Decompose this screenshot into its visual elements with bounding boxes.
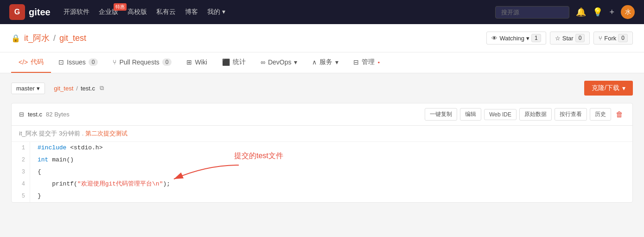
breadcrumb-bar: master ▾ git_test / test.c ⧉ 克隆/下载 ▾	[11, 81, 633, 96]
enterprise-badge: 特惠	[114, 3, 127, 11]
wiki-tab-label: Wiki	[195, 58, 207, 66]
code-line-3: 3 {	[12, 166, 632, 178]
clone-arrow: ▾	[622, 84, 625, 92]
lock-icon: 🔒	[11, 34, 20, 43]
watching-arrow: ▾	[526, 35, 529, 42]
copy-button[interactable]: 一键复制	[425, 108, 457, 121]
lineview-button[interactable]: 按行查看	[555, 108, 587, 121]
tab-wiki[interactable]: ⊞ Wiki	[179, 53, 214, 72]
tab-manage[interactable]: ⊟ 管理 ●	[346, 52, 387, 73]
fork-count: 0	[618, 34, 628, 42]
stats-tab-icon: ⬛	[222, 58, 230, 66]
breadcrumb: master ▾ git_test / test.c ⧉	[11, 83, 104, 94]
file-viewer: ⊟ test.c 82 Bytes 一键复制 编辑 Web IDE 原始数据 按…	[11, 103, 633, 203]
code-line-5: 5 }	[12, 190, 632, 202]
repo-header: 🔒 it_阿水 / git_test 👁 Watching ▾ 1 ☆ Star…	[0, 24, 644, 52]
line-code-2: int main()	[30, 154, 81, 166]
issues-tab-icon: ⊡	[58, 58, 64, 66]
raw-button[interactable]: 原始数据	[519, 108, 552, 121]
repo-title: 🔒 it_阿水 / git_test	[11, 32, 86, 44]
watching-count: 1	[531, 34, 541, 42]
manage-tab-label: 管理	[362, 58, 375, 66]
top-nav-links: 开源软件 企业版 特惠 高校版 私有云 博客 我的 ▾	[64, 8, 225, 16]
wiki-tab-icon: ⊞	[186, 58, 192, 66]
pr-tab-label: Pull Requests	[119, 58, 159, 66]
nav-blog[interactable]: 博客	[185, 8, 198, 16]
star-count: 0	[575, 34, 585, 42]
tab-devops[interactable]: ∞ DevOps ▾	[253, 53, 305, 72]
repo-name-link[interactable]: git_test	[59, 33, 86, 43]
commit-message-link[interactable]: 第二次提交测试	[85, 130, 128, 137]
search-input[interactable]	[495, 6, 569, 19]
fork-icon: ⑂	[599, 35, 602, 42]
top-navigation: G gitee 开源软件 企业版 特惠 高校版 私有云 博客 我的 ▾ 🔔 💡 …	[0, 0, 644, 24]
line-num-2: 2	[12, 154, 30, 166]
light-icon[interactable]: 💡	[593, 7, 603, 17]
code-tab-icon: </>	[19, 58, 28, 66]
nav-enterprise[interactable]: 企业版 特惠	[99, 8, 118, 16]
history-button[interactable]: 历史	[590, 108, 611, 121]
repo-owner-link[interactable]: it_阿水	[24, 32, 50, 44]
file-name: test.c	[28, 111, 42, 118]
line-num-1: 1	[12, 142, 30, 154]
services-tab-label: 服务	[319, 58, 332, 66]
file-size: 82 Bytes	[46, 111, 70, 118]
watching-label: Watching	[499, 35, 524, 42]
edit-button[interactable]: 编辑	[460, 108, 481, 121]
branch-arrow: ▾	[37, 85, 40, 92]
breadcrumb-file: test.c	[81, 85, 95, 92]
fork-button[interactable]: ⑂ Fork 0	[593, 32, 633, 45]
line-code-5: }	[30, 190, 49, 202]
issues-count: 0	[89, 58, 98, 66]
devops-tab-icon: ∞	[261, 58, 265, 66]
branch-select[interactable]: master ▾	[11, 83, 45, 94]
star-label: Star	[562, 35, 574, 42]
manage-tab-icon: ⊟	[353, 58, 359, 66]
watching-button[interactable]: 👁 Watching ▾ 1	[486, 32, 546, 45]
avatar[interactable]: 水	[621, 5, 635, 19]
stats-tab-label: 统计	[233, 58, 246, 66]
line-code-4: printf("欢迎使用git代码管理平台\n");	[30, 178, 178, 190]
tab-navigation: </> 代码 ⊡ Issues 0 ⑂ Pull Requests 0 ⊞ Wi…	[0, 52, 644, 73]
line-num-3: 3	[12, 166, 30, 178]
logo-icon: G	[9, 4, 25, 20]
tab-code[interactable]: </> 代码	[11, 52, 51, 73]
line-num-5: 5	[12, 190, 30, 202]
tab-pullrequests[interactable]: ⑂ Pull Requests 0	[105, 53, 179, 72]
file-header: ⊟ test.c 82 Bytes 一键复制 编辑 Web IDE 原始数据 按…	[12, 103, 632, 126]
star-button[interactable]: ☆ Star 0	[550, 32, 590, 45]
tab-issues[interactable]: ⊡ Issues 0	[51, 53, 105, 72]
commit-time: 3分钟前	[59, 130, 80, 137]
commit-info: it_阿水 提交于 3分钟前 . 第二次提交测试	[12, 126, 632, 142]
nav-mine[interactable]: 我的 ▾	[207, 8, 225, 16]
nav-opensource[interactable]: 开源软件	[64, 8, 89, 16]
nav-school[interactable]: 高校版	[128, 8, 147, 16]
add-icon[interactable]: +	[609, 7, 614, 17]
site-logo[interactable]: G gitee	[9, 4, 51, 20]
devops-tab-label: DevOps	[268, 58, 292, 66]
code-line-2: 2 int main()	[12, 154, 632, 166]
line-num-4: 4	[12, 178, 30, 190]
repo-actions: 👁 Watching ▾ 1 ☆ Star 0 ⑂ Fork 0	[486, 32, 633, 45]
star-icon: ☆	[555, 35, 561, 42]
pr-tab-icon: ⑂	[113, 58, 116, 66]
clone-label: 克隆/下载	[592, 84, 619, 92]
logo-text: gitee	[29, 7, 51, 18]
tab-services[interactable]: ∧ 服务 ▾	[305, 52, 346, 73]
delete-icon[interactable]: 🗑	[614, 109, 625, 121]
services-tab-icon: ∧	[312, 58, 317, 66]
commit-action: 提交于	[39, 130, 57, 137]
commit-author: it_阿水	[19, 130, 38, 137]
webide-button[interactable]: Web IDE	[484, 109, 516, 120]
line-code-1: #include <stdio.h>	[30, 142, 110, 154]
code-line-4: 4 printf("欢迎使用git代码管理平台\n");	[12, 178, 632, 190]
pr-count: 0	[162, 58, 172, 66]
clone-button[interactable]: 克隆/下载 ▾	[584, 81, 633, 96]
notification-icon[interactable]: 🔔	[576, 7, 586, 17]
nav-private[interactable]: 私有云	[156, 8, 176, 16]
line-code-3: {	[30, 166, 49, 178]
main-content: master ▾ git_test / test.c ⧉ 克隆/下载 ▾ ⊟ t…	[0, 73, 644, 237]
repo-separator: /	[53, 33, 56, 43]
tab-stats[interactable]: ⬛ 统计	[215, 52, 253, 73]
breadcrumb-repo-link[interactable]: git_test	[54, 85, 73, 92]
